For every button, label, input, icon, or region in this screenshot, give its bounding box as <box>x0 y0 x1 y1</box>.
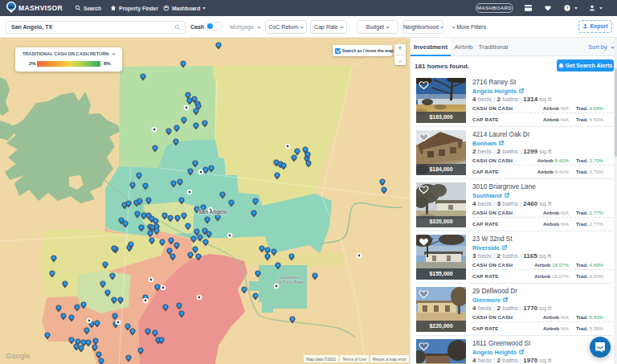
svg-text:?: ? <box>566 6 568 10</box>
